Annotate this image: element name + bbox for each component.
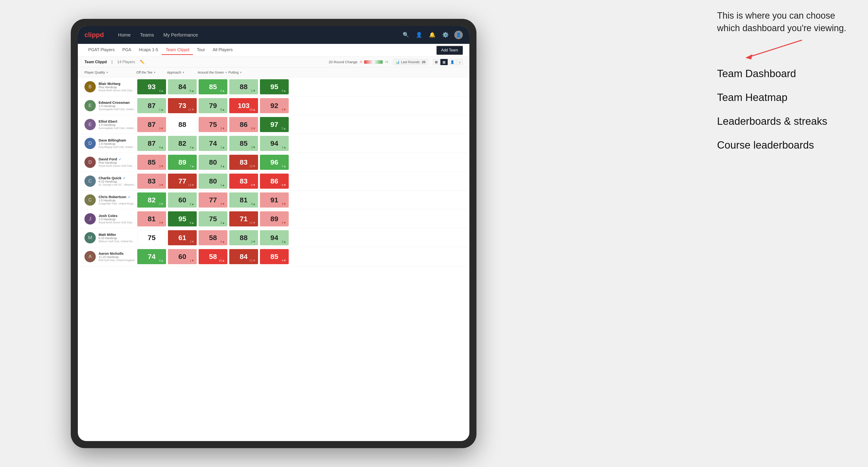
score-cell: 854▼ xyxy=(260,249,289,264)
score-cell: 866▼ xyxy=(229,117,258,132)
score-change: 4▲ xyxy=(251,202,256,206)
player-name: Edward Crossman xyxy=(99,100,136,104)
score-cell: 8421▼ xyxy=(229,249,258,264)
player-info: BBlair McHargPlus HandicapRoyal North De… xyxy=(85,81,136,92)
avatar[interactable]: 👤 xyxy=(454,31,463,39)
score-change: 21▼ xyxy=(249,259,256,262)
avatar: C xyxy=(85,194,96,206)
table-row[interactable]: DDave Billingham1-5 HandicapGog Magog Go… xyxy=(78,134,469,153)
avatar: J xyxy=(85,213,96,224)
score-cell: 753▼ xyxy=(198,117,227,132)
score-change: 4▲ xyxy=(159,146,164,149)
table-row[interactable]: DDavid Ford ✓Plus HandicapRoyal North De… xyxy=(78,153,469,172)
view-person-button[interactable]: 👤 xyxy=(448,59,456,65)
view-heatmap-button[interactable]: ▦ xyxy=(440,59,448,65)
subnav-team-clippd[interactable]: Team Clippd xyxy=(162,45,193,55)
score-value: 77 xyxy=(209,196,217,204)
player-info: DDavid Ford ✓Plus HandicapRoyal North De… xyxy=(85,157,136,168)
score-cell: 613▼ xyxy=(168,230,197,245)
player-name: Blair McHarg xyxy=(99,82,136,86)
col-green-arrow[interactable]: ▼ xyxy=(225,71,227,74)
score-value: 81 xyxy=(240,196,247,204)
option-team-heatmap[interactable]: Team Heatmap xyxy=(717,91,854,104)
table-row[interactable]: MMatt Miller6-10 HandicapWoburn Golf Clu… xyxy=(78,228,469,247)
score-value: 94 xyxy=(270,234,278,242)
table-row[interactable]: EElliot Ebert1-5 HandicapSunningdale Gol… xyxy=(78,115,469,134)
col-tee-arrow[interactable]: ▼ xyxy=(153,71,156,74)
score-change: 1▼ xyxy=(190,259,194,262)
score-value: 94 xyxy=(270,139,278,148)
player-club: Craigmillar Park, United Kingdom xyxy=(99,202,136,205)
option-course-leaderboards[interactable]: Course leaderboards xyxy=(717,139,854,151)
table-row[interactable]: CChris Robertson ✓1-5 HandicapCraigmilla… xyxy=(78,191,469,210)
player-club: Sunningdale Golf Club, United Kingdom xyxy=(99,127,136,129)
team-count: 14 Players xyxy=(117,60,135,64)
verified-badge: ✓ xyxy=(127,195,131,199)
annotation-intro-text: This is where you can choose which dashb… xyxy=(717,9,854,34)
settings-icon[interactable]: ⚙️ xyxy=(441,31,450,39)
add-team-button[interactable]: Add Team xyxy=(436,46,463,55)
score-change: 1▲ xyxy=(220,183,225,187)
score-change: 8▼ xyxy=(282,183,286,187)
score-cell: 943▲ xyxy=(260,230,289,245)
score-cell: 823▼ xyxy=(137,192,166,208)
score-cell: 882▼ xyxy=(229,230,258,245)
score-value: 60 xyxy=(178,253,186,261)
subnav-all-players[interactable]: All Players xyxy=(209,45,237,55)
table-row[interactable]: CCharlie Quick ✓6-10 HandicapSt. George'… xyxy=(78,172,469,191)
player-name: Matt Miller xyxy=(99,232,136,237)
table-row[interactable]: AAaron Nicholls11-15 HandicapDrift Golf … xyxy=(78,247,469,266)
last-rounds-button[interactable]: 📊 Last Rounds: 20 xyxy=(393,59,428,65)
team-separator: | xyxy=(112,60,113,64)
table-row[interactable]: BBlair McHargPlus HandicapRoyal North De… xyxy=(78,77,469,96)
score-change: 10▲ xyxy=(219,259,225,262)
score-cell: 881▼ xyxy=(229,79,258,94)
round-change: 20 Round Change -5 +5 xyxy=(329,60,388,64)
bell-icon[interactable]: 🔔 xyxy=(428,31,436,39)
table-row[interactable]: EEdward Crossman1-5 HandicapSunningdale … xyxy=(78,96,469,115)
nav-icons: 🔍 👤 🔔 ⚙️ 👤 xyxy=(401,31,463,39)
nav-my-performance[interactable]: My Performance xyxy=(159,30,203,40)
player-info: MMatt Miller6-10 HandicapWoburn Golf Clu… xyxy=(85,232,136,243)
view-toggle: ⊞ ▦ 👤 ↓ xyxy=(433,59,463,65)
logo[interactable]: clippd xyxy=(85,31,104,39)
view-download-button[interactable]: ↓ xyxy=(457,59,463,65)
score-value: 83 xyxy=(240,177,247,185)
edit-icon[interactable]: ✏️ xyxy=(140,60,145,64)
score-change: 2▲ xyxy=(190,202,194,206)
table-area: Player Quality ▼ Off the Tee ▼ Approach … xyxy=(78,67,469,441)
subnav-pgat[interactable]: PGAT Players xyxy=(85,45,118,55)
avatar: D xyxy=(85,138,96,149)
option-team-dashboard[interactable]: Team Dashboard xyxy=(717,67,854,80)
player-handicap: 6-10 Handicap xyxy=(99,237,136,240)
score-value: 85 xyxy=(270,253,278,261)
sub-nav-items: PGAT Players PGA Hcaps 1-5 Team Clippd T… xyxy=(85,45,436,55)
subnav-pga[interactable]: PGA xyxy=(118,45,135,55)
nav-home[interactable]: Home xyxy=(113,30,135,40)
search-icon[interactable]: 🔍 xyxy=(401,31,410,39)
player-handicap: 1-5 Handicap xyxy=(99,142,136,146)
col-putting-arrow[interactable]: ▼ xyxy=(240,71,242,74)
option-leaderboards[interactable]: Leaderboards & streaks xyxy=(717,115,854,128)
score-change: 15▲ xyxy=(249,108,256,111)
col-putting-label: Putting xyxy=(228,70,239,74)
person-icon[interactable]: 👤 xyxy=(415,31,423,39)
player-name: Elliot Ebert xyxy=(99,119,136,123)
col-player-arrow[interactable]: ▼ xyxy=(106,71,108,74)
avatar: E xyxy=(85,100,96,111)
score-change: 3▼ xyxy=(159,221,164,224)
subnav-tour[interactable]: Tour xyxy=(193,45,209,55)
subnav-hcaps[interactable]: Hcaps 1-5 xyxy=(135,45,162,55)
table-row[interactable]: JJosh Coles1-5 HandicapRoyal North Devon… xyxy=(78,210,469,228)
score-cell: 868▼ xyxy=(260,174,289,189)
score-change: 3▼ xyxy=(251,146,256,149)
col-player-quality-label: Player Quality xyxy=(85,70,105,74)
view-grid-button[interactable]: ⊞ xyxy=(433,59,440,65)
col-header-green: Around the Green ▼ xyxy=(198,70,228,74)
nav-teams[interactable]: Teams xyxy=(135,30,159,40)
score-cell: 871▲ xyxy=(137,98,166,113)
col-approach-arrow[interactable]: ▼ xyxy=(182,71,185,74)
score-change: 14▼ xyxy=(188,183,194,187)
nav-items: Home Teams My Performance xyxy=(113,30,401,40)
player-name: Aaron Nicholls xyxy=(99,251,135,255)
